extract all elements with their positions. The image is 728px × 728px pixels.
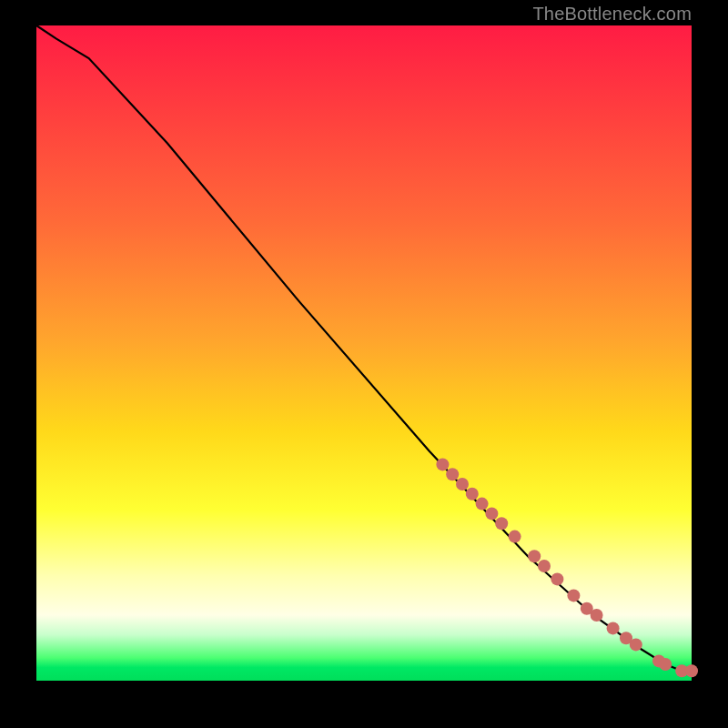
data-point — [466, 488, 479, 500]
data-point — [485, 507, 498, 520]
data-point — [538, 560, 551, 572]
data-curve — [36, 25, 692, 671]
data-point — [495, 517, 508, 530]
watermark-text: TheBottleneck.com — [532, 4, 692, 25]
data-point — [551, 572, 563, 585]
data-point — [607, 622, 620, 634]
plot-area — [36, 25, 692, 681]
data-point — [436, 458, 449, 470]
data-point — [591, 609, 603, 622]
data-point — [567, 589, 580, 602]
chart-stage: TheBottleneck.com — [0, 0, 728, 728]
data-point — [630, 638, 642, 651]
data-point — [509, 531, 521, 543]
data-point — [456, 478, 469, 490]
data-point — [659, 658, 672, 671]
chart-svg — [36, 25, 692, 681]
data-points-group — [436, 458, 698, 677]
data-point — [446, 468, 459, 480]
data-point — [685, 664, 698, 677]
data-point — [476, 498, 489, 511]
data-point — [528, 550, 541, 562]
